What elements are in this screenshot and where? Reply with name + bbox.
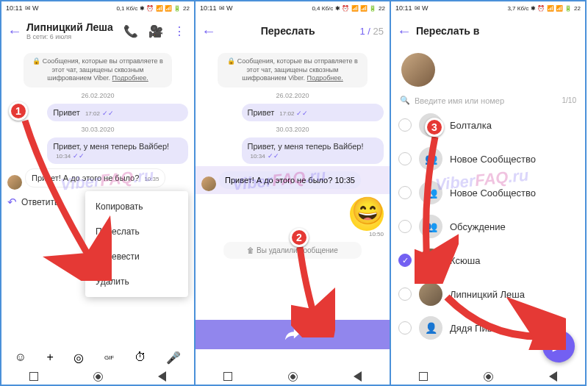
contact-radio[interactable]: [398, 321, 412, 335]
status-bar: 10:11✉ W 0,4 Кб/с✱ ⏰ 📶 📶 🔋22: [196, 1, 390, 15]
step-badge-2: 2: [290, 228, 309, 247]
nav-home[interactable]: [288, 372, 298, 382]
step-badge-3: 3: [425, 118, 444, 137]
status-net-speed: 0,1 Кб/с: [116, 5, 137, 12]
camera-icon[interactable]: ◎: [74, 351, 84, 365]
android-navbar: [1, 368, 194, 385]
annotation-arrow: [441, 291, 566, 350]
date-separator: 26.02.2020: [7, 92, 188, 99]
status-bar: 10:11✉ W 3,7 Кб/с✱ ⏰ 📶 📶 🔋22: [391, 1, 585, 15]
contact-avatar: [419, 282, 442, 306]
forward-header: ← Переслать 1 / 25: [196, 15, 390, 47]
nav-home[interactable]: [484, 372, 493, 382]
contact-radio-checked[interactable]: [398, 254, 412, 267]
gif-icon[interactable]: GIF: [104, 354, 114, 361]
forward-title: Переслать: [220, 25, 355, 37]
nav-back[interactable]: [354, 371, 362, 382]
chat-header: ← Липницкий Леша В сети: 6 июля 📞 🎥 ⋮: [1, 15, 194, 47]
contact-radio[interactable]: [398, 186, 412, 199]
nav-recents[interactable]: [29, 372, 38, 381]
chat-subtitle: В сети: 6 июля: [26, 33, 116, 40]
chat-title: Липницкий Леша: [26, 21, 116, 33]
android-navbar: [196, 368, 390, 385]
self-avatar: [401, 53, 435, 87]
search-input[interactable]: Введите имя или номер: [415, 96, 558, 105]
message-out[interactable]: Привет 17:02 ✓✓: [242, 104, 384, 121]
nav-recents[interactable]: [223, 372, 232, 381]
clock-icon[interactable]: ⏱: [135, 351, 146, 364]
selection-count: 1/10: [562, 96, 576, 104]
contact-radio[interactable]: [398, 118, 412, 132]
contact-radio[interactable]: [398, 152, 412, 165]
forward-to-header: ← Переслать в: [391, 15, 585, 47]
e2e-notice: 🔒 Сообщения, которые вы отправляете в эт…: [24, 53, 172, 87]
sticker-smile[interactable]: [350, 197, 384, 231]
contact-radio[interactable]: [398, 220, 412, 233]
message-out[interactable]: Привет, у меня теперь Вайбер! 10:34 ✓✓: [242, 137, 384, 164]
back-icon[interactable]: ←: [7, 23, 22, 40]
contact-avatar[interactable]: [201, 176, 216, 191]
nav-recents[interactable]: [419, 372, 428, 381]
e2e-notice: 🔒 Сообщения, которые вы отправляете в эт…: [218, 53, 368, 87]
contact-avatar: 👤: [419, 316, 442, 340]
attach-icon[interactable]: +: [47, 351, 54, 364]
contact-radio[interactable]: [398, 287, 412, 301]
call-icon[interactable]: 📞: [121, 24, 141, 38]
nav-home[interactable]: [93, 372, 103, 382]
search-icon: 🔍: [400, 96, 410, 105]
back-icon[interactable]: ←: [201, 23, 216, 40]
nav-back[interactable]: [549, 371, 557, 382]
selection-counter: 1 / 25: [359, 26, 384, 37]
selected-message[interactable]: Привет! А до этого не было? 10:35: [219, 171, 361, 189]
android-navbar: [391, 368, 585, 385]
e2e-more-link[interactable]: Подробнее.: [112, 74, 148, 82]
more-icon[interactable]: ⋮: [171, 24, 188, 38]
video-icon[interactable]: 🎥: [146, 24, 166, 38]
nav-back[interactable]: [158, 371, 166, 382]
status-time: 10:11: [6, 4, 23, 12]
annotation-arrow: [415, 129, 459, 284]
annotation-arrow: [16, 112, 112, 281]
annotation-arrow: [291, 238, 335, 337]
emoji-icon[interactable]: ☺: [15, 351, 26, 364]
back-icon[interactable]: ←: [397, 23, 412, 40]
mic-button[interactable]: 🎤: [166, 351, 181, 365]
forward-to-title: Переслать в: [416, 25, 479, 37]
status-bar: 10:11✉ W 0,1 Кб/с✱ ⏰ 📶 📶 🔋22: [1, 1, 194, 15]
step-badge-1: 1: [9, 101, 28, 121]
